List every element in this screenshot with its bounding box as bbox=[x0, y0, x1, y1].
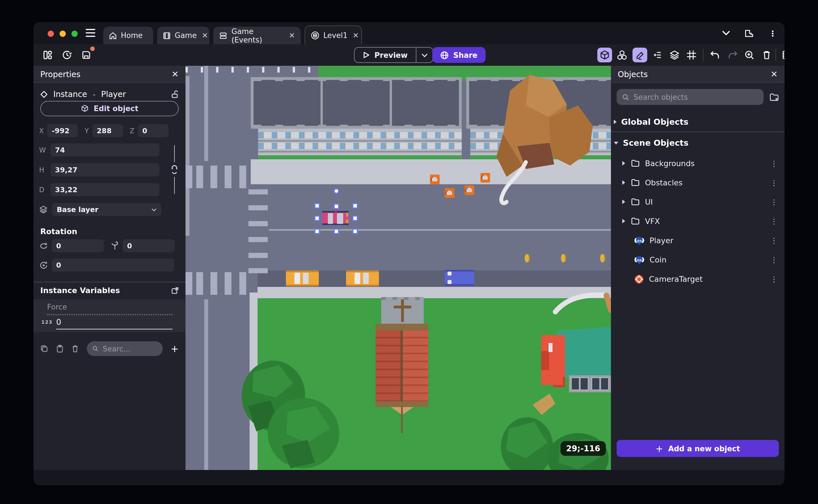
layers-icon[interactable] bbox=[667, 48, 682, 62]
kebab-menu-icon[interactable]: ⋮ bbox=[770, 236, 778, 245]
scene-object-crate[interactable] bbox=[465, 185, 474, 195]
add-new-object-button[interactable]: + Add a new object bbox=[617, 440, 779, 457]
section-scene-objects[interactable]: Scene Objects bbox=[611, 134, 785, 151]
y-input[interactable] bbox=[92, 124, 123, 137]
width-input[interactable] bbox=[50, 143, 159, 156]
scene-object-building-facade[interactable] bbox=[470, 129, 611, 159]
kebab-menu-icon[interactable]: ⋮ bbox=[770, 159, 778, 168]
scene-object-car-yellow[interactable] bbox=[286, 270, 319, 286]
tab-game-events[interactable]: Game (Events) ✕ bbox=[213, 27, 301, 44]
depth-input[interactable] bbox=[50, 183, 159, 196]
redo-icon[interactable] bbox=[726, 48, 740, 62]
view-3d-icon[interactable] bbox=[597, 48, 612, 62]
trash-icon[interactable] bbox=[759, 48, 774, 62]
scene-object-car-blue[interactable] bbox=[445, 270, 474, 286]
height-input[interactable] bbox=[50, 163, 159, 176]
size-link-chain-icon[interactable] bbox=[171, 164, 177, 175]
object-folder-vfx[interactable]: VFX ⋮ bbox=[611, 212, 785, 230]
kebab-menu-icon[interactable]: ⋮ bbox=[770, 198, 778, 206]
edit-properties-icon[interactable] bbox=[779, 48, 785, 62]
variable-value[interactable]: 0 bbox=[56, 317, 61, 327]
rotation-y-input[interactable] bbox=[122, 239, 175, 252]
tab-close-icon[interactable]: ✕ bbox=[352, 31, 359, 39]
object-item-coin[interactable]: Coin ⋮ bbox=[611, 251, 785, 269]
selection-handle[interactable] bbox=[333, 204, 339, 209]
preview-button[interactable]: Preview bbox=[354, 48, 416, 62]
object-folder-obstacles[interactable]: Obstacles ⋮ bbox=[611, 173, 785, 192]
caret-right-icon[interactable] bbox=[622, 161, 625, 166]
scene-object-coin[interactable] bbox=[561, 254, 566, 262]
selection-handle[interactable] bbox=[314, 228, 320, 234]
chevron-down-icon[interactable] bbox=[722, 31, 730, 36]
close-icon[interactable]: ✕ bbox=[172, 69, 179, 79]
kebab-menu-icon[interactable]: ⋮ bbox=[769, 29, 777, 38]
variables-search-input[interactable] bbox=[103, 344, 157, 353]
objects-search-input[interactable] bbox=[634, 93, 758, 101]
object-item-player[interactable]: Player ⋮ bbox=[611, 231, 785, 249]
copy-icon[interactable] bbox=[40, 345, 48, 353]
paste-icon[interactable] bbox=[56, 345, 64, 353]
external-link-icon[interactable] bbox=[171, 287, 179, 294]
tab-home[interactable]: Home bbox=[103, 27, 153, 44]
selection-handle[interactable] bbox=[352, 228, 358, 234]
layout-panels-icon[interactable] bbox=[40, 48, 55, 62]
rotation-x-input[interactable] bbox=[52, 239, 104, 252]
scene-object-building-roof[interactable] bbox=[466, 77, 611, 129]
caret-right-icon[interactable] bbox=[622, 219, 625, 223]
zoom-in-icon[interactable] bbox=[742, 48, 757, 62]
scene-object-building-facade[interactable] bbox=[258, 129, 462, 159]
scene-object-church-roof[interactable] bbox=[375, 331, 428, 401]
kebab-menu-icon[interactable]: ⋮ bbox=[770, 178, 778, 187]
scene-object-car-yellow[interactable] bbox=[346, 270, 379, 286]
selection-handle[interactable] bbox=[314, 203, 320, 209]
grid-icon[interactable] bbox=[684, 48, 699, 62]
variable-name[interactable]: Force bbox=[47, 303, 67, 311]
selection-handle[interactable] bbox=[352, 215, 358, 221]
preview-options-button[interactable] bbox=[416, 48, 433, 62]
object-folder-ui[interactable]: UI ⋮ bbox=[611, 193, 785, 211]
save-icon[interactable] bbox=[79, 48, 94, 62]
extensions-puzzle-icon[interactable] bbox=[745, 29, 754, 38]
selection-rotate-handle[interactable] bbox=[333, 188, 339, 194]
x-input[interactable] bbox=[47, 124, 78, 137]
scene-object-player-car-selected[interactable] bbox=[322, 210, 349, 226]
tab-close-icon[interactable]: ✕ bbox=[202, 31, 208, 40]
scene-object-coin[interactable] bbox=[525, 254, 530, 262]
traffic-minimize-button[interactable] bbox=[60, 31, 66, 37]
selection-handle[interactable] bbox=[314, 215, 320, 221]
tab-close-icon[interactable]: ✕ bbox=[289, 31, 295, 40]
kebab-menu-icon[interactable]: ⋮ bbox=[770, 255, 778, 264]
history-icon[interactable] bbox=[60, 48, 74, 62]
object-folder-backgrounds[interactable]: Backgrounds ⋮ bbox=[611, 154, 785, 172]
traffic-zoom-button[interactable] bbox=[71, 31, 78, 37]
lock-open-icon[interactable] bbox=[171, 90, 179, 98]
scene-object-church-tower[interactable] bbox=[381, 297, 424, 324]
tab-level1-active[interactable]: Level1 ✕ bbox=[304, 26, 362, 44]
scene-object-church[interactable] bbox=[375, 324, 428, 331]
scene-object-crate[interactable] bbox=[430, 175, 440, 184]
share-button[interactable]: Share bbox=[432, 47, 485, 63]
scene-object-building-roof[interactable] bbox=[251, 77, 462, 129]
objects-search[interactable] bbox=[617, 89, 764, 105]
menu-hamburger-icon[interactable] bbox=[86, 29, 95, 37]
layer-select[interactable]: Base layer bbox=[52, 203, 161, 216]
traffic-close-button[interactable] bbox=[48, 31, 54, 37]
add-folder-icon[interactable] bbox=[769, 92, 779, 101]
tab-game[interactable]: Game ✕ bbox=[157, 27, 209, 44]
kebab-menu-icon[interactable]: ⋮ bbox=[770, 275, 778, 283]
rotation-z-input[interactable] bbox=[52, 259, 174, 272]
variable-row-force[interactable]: Force 123 0 bbox=[33, 299, 185, 332]
undo-icon[interactable] bbox=[707, 48, 722, 62]
z-input[interactable] bbox=[138, 124, 168, 137]
caret-right-icon[interactable] bbox=[622, 200, 625, 204]
close-icon[interactable]: ✕ bbox=[771, 69, 778, 79]
kebab-menu-icon[interactable]: ⋮ bbox=[770, 217, 778, 225]
add-variable-button[interactable]: + bbox=[171, 343, 179, 354]
edit-object-button[interactable]: Edit object bbox=[40, 101, 179, 116]
instances-list-icon[interactable] bbox=[650, 48, 665, 62]
edit-pencil-icon[interactable] bbox=[633, 48, 647, 62]
scene-object-coin[interactable] bbox=[600, 254, 605, 262]
section-global-objects[interactable]: Global Objects bbox=[611, 113, 785, 130]
caret-right-icon[interactable] bbox=[622, 180, 625, 185]
scene-object-teal-building-roof[interactable] bbox=[557, 327, 611, 378]
